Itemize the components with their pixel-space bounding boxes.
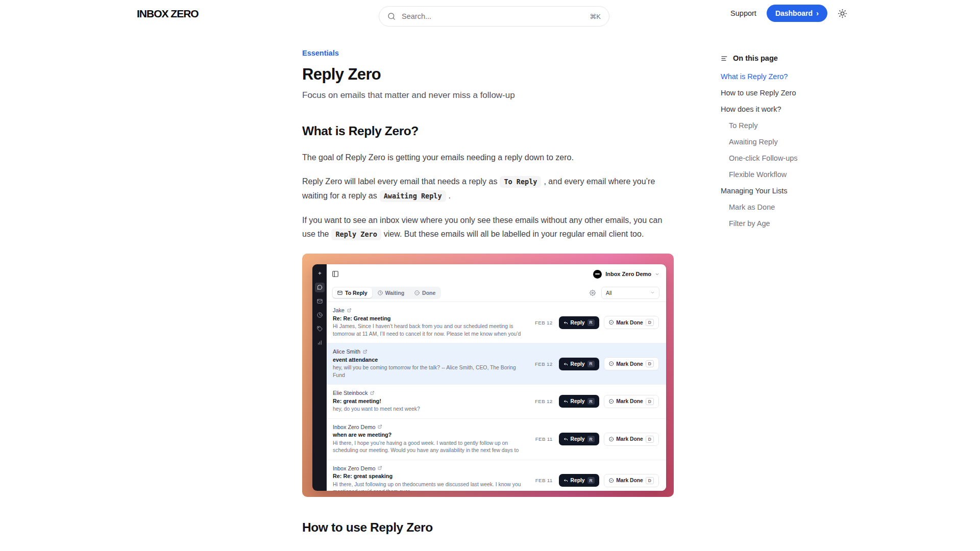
toc-item-one-click-follow-ups[interactable]: One-click Follow-ups [721, 150, 830, 166]
search-bar[interactable]: ⌘K [379, 6, 609, 27]
email-date: FEB 12 [535, 320, 552, 325]
email-date: FEB 12 [535, 361, 552, 367]
external-link-icon [378, 424, 382, 429]
email-snippet: Hi James, Since I haven’t heard back fro… [333, 323, 529, 338]
check-circle-icon [609, 361, 614, 366]
demo-app-window: Inbox Zero Demo To Reply [312, 264, 666, 491]
support-link[interactable]: Support [730, 9, 756, 17]
reply-zero-screenshot[interactable]: Inbox Zero Demo To Reply [302, 254, 674, 497]
check-circle-icon [609, 437, 614, 442]
navbar-right: Support Dashboard › [730, 0, 847, 27]
toc-item-mark-as-done[interactable]: Mark as Done [721, 199, 830, 215]
app-logo[interactable]: INBOX ZERO [137, 8, 199, 20]
email-sender: Inbox Zero Demo [333, 465, 375, 471]
done-shortcut-badge: D [646, 477, 654, 484]
breadcrumb[interactable]: Essentials [302, 49, 674, 57]
email-snippet: Hi there, Just following up on thedocume… [333, 481, 529, 491]
reply-icon [564, 399, 568, 404]
reply-button: Reply R [559, 316, 599, 329]
mark-done-label: Mark Done [616, 320, 643, 325]
check-circle-icon [609, 320, 614, 325]
email-sender: Inbox Zero Demo [333, 424, 375, 430]
tab-waiting: Waiting [373, 288, 409, 298]
reply-label: Reply [571, 436, 585, 442]
email-sender: Jake [333, 307, 345, 313]
toc-item-how-does-it-work[interactable]: How does it work? [721, 101, 830, 117]
email-summary: Alice Smith event attendance hey, will y… [333, 348, 529, 379]
email-row-selected: Alice Smith event attendance hey, will y… [327, 343, 666, 385]
reply-shortcut-badge: R [587, 319, 595, 326]
message-icon [315, 283, 325, 292]
paragraph: If you want to see an inbox view where y… [302, 213, 674, 241]
dashboard-button[interactable]: Dashboard › [767, 5, 827, 22]
paragraph: The goal of Reply Zero is getting your e… [302, 151, 674, 164]
search-shortcut-hint: ⌘K [590, 13, 601, 20]
account-avatar [593, 270, 602, 279]
mark-done-button: Mark Done D [604, 357, 659, 370]
demo-email-list: Jake Re: Re: Great meeting Hi James, Sin… [327, 302, 666, 491]
theme-toggle-button[interactable] [838, 9, 847, 18]
toc-item-awaiting-reply[interactable]: Awaiting Reply [721, 134, 830, 150]
mail-icon [315, 296, 325, 306]
mark-done-button: Mark Done D [604, 395, 659, 408]
dashboard-button-label: Dashboard [775, 9, 813, 17]
on-this-page-toc: On this page What is Reply Zero? How to … [721, 53, 830, 232]
check-circle-icon [609, 399, 614, 404]
tab-label: Waiting [385, 290, 405, 296]
email-subject: Re: Re: great speaking [333, 473, 529, 479]
external-link-icon [378, 466, 382, 470]
toc-item-how-to-use[interactable]: How to use Reply Zero [721, 85, 830, 101]
tag-icon [315, 324, 325, 334]
demo-header: Inbox Zero Demo [327, 264, 666, 284]
tab-label: Done [422, 290, 435, 296]
reply-icon [564, 478, 568, 483]
section-heading-what-is-reply-zero: What is Reply Zero? [302, 124, 674, 138]
page-title: Reply Zero [302, 65, 674, 84]
email-summary: Inbox Zero Demo Re: Re: great speaking H… [333, 465, 529, 491]
sun-icon [838, 9, 847, 18]
inline-code-to-reply: To Reply [500, 176, 541, 188]
clock-icon [315, 310, 325, 320]
mark-done-label: Mark Done [616, 436, 643, 442]
email-sender: Alice Smith [333, 348, 360, 355]
toc-item-filter-by-age[interactable]: Filter by Age [721, 215, 830, 232]
done-shortcut-badge: D [646, 360, 654, 367]
mark-done-button: Mark Done D [604, 433, 659, 446]
toc-item-what-is-reply-zero[interactable]: What is Reply Zero? [721, 68, 830, 85]
mark-done-label: Mark Done [616, 398, 643, 404]
demo-toolbar: To Reply Waiting Done [327, 284, 666, 302]
email-snippet: hey, will you be coming tomorrow for the… [333, 364, 529, 379]
reply-label: Reply [571, 478, 585, 483]
reply-shortcut-badge: R [587, 477, 595, 484]
tab-done: Done [410, 288, 440, 298]
done-shortcut-badge: D [646, 319, 654, 326]
email-subject: Re: great meeting! [333, 398, 529, 404]
email-summary: Inbox Zero Demo when are we meeting? Hi … [333, 424, 529, 455]
email-row: Elie Steinbock Re: great meeting! hey, d… [327, 385, 666, 419]
reply-icon [564, 320, 568, 325]
demo-main-panel: Inbox Zero Demo To Reply [327, 264, 666, 491]
search-input[interactable] [401, 12, 584, 21]
reply-button: Reply R [559, 433, 599, 445]
external-link-icon [363, 349, 368, 354]
email-summary: Jake Re: Re: Great meeting Hi James, Sin… [333, 307, 529, 338]
account-name: Inbox Zero Demo [605, 271, 651, 277]
mail-icon [337, 290, 342, 295]
email-date: FEB 12 [535, 398, 552, 404]
external-link-icon [347, 308, 352, 313]
email-snippet: hey, do you want to meet next week? [333, 406, 529, 413]
page-subtitle: Focus on emails that matter and never mi… [302, 90, 674, 101]
toc-item-flexible-workflow[interactable]: Flexible Workflow [721, 166, 830, 183]
email-snippet: Hi there, I hope you’re having a good we… [333, 440, 529, 455]
toc-item-managing-your-lists[interactable]: Managing Your Lists [721, 183, 830, 199]
toc-header: On this page [721, 53, 830, 63]
email-date: FEB 11 [535, 478, 553, 483]
top-navbar: INBOX ZERO ⌘K Support Dashboard › [0, 0, 980, 27]
toc-item-to-reply[interactable]: To Reply [721, 117, 830, 134]
filter-dropdown: All [601, 287, 659, 299]
email-summary: Elie Steinbock Re: great meeting! hey, d… [333, 390, 529, 413]
mark-done-button: Mark Done D [604, 474, 659, 487]
tab-to-reply: To Reply [333, 288, 372, 298]
chevron-down-icon [655, 272, 659, 277]
toc-list: What is Reply Zero? How to use Reply Zer… [721, 68, 830, 232]
